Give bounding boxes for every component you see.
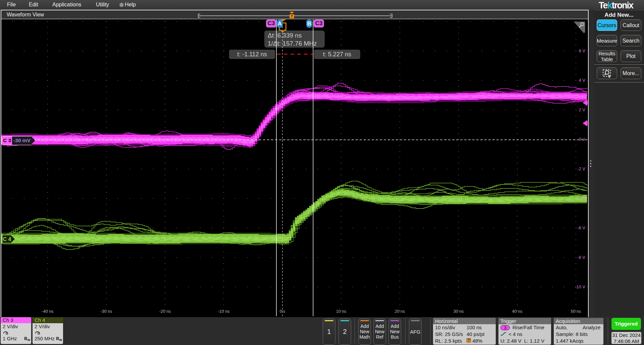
svg-text:C 4: C 4 [3,236,11,242]
svg-text:T: T [468,339,470,342]
svg-text:T: T [291,14,293,18]
